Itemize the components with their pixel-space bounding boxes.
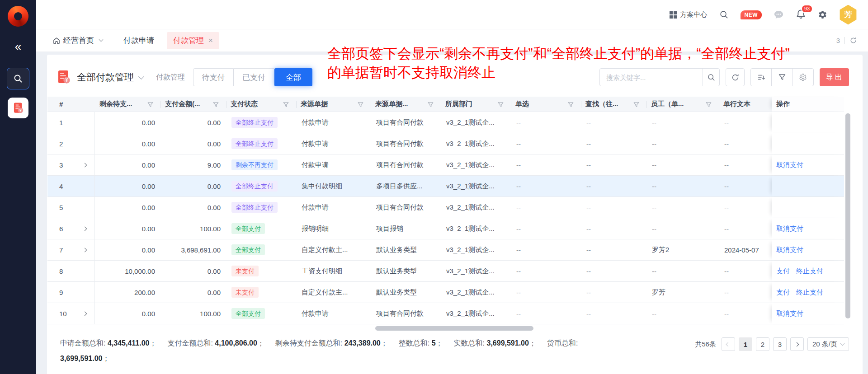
column-header[interactable]: 操作	[772, 97, 844, 112]
expand-row-icon[interactable]	[83, 227, 86, 230]
page-button[interactable]: 2	[756, 337, 769, 351]
column-label: 员工（单...	[651, 100, 684, 108]
search-button[interactable]	[703, 69, 719, 86]
column-header[interactable]: 单行文本	[719, 97, 772, 112]
export-button[interactable]: 导出	[820, 68, 849, 86]
segment-button[interactable]: 全部	[274, 68, 312, 86]
messages-icon[interactable]	[774, 9, 784, 20]
filter-button[interactable]	[771, 69, 792, 86]
table-row[interactable]: 100.00100.00全部支付付款申请项目有合同付款v3_2_1测试企...-…	[47, 303, 844, 324]
table-row[interactable]: 9200.000.00未支付自定义付款主...默认业务类型v3_2_1测试企..…	[47, 282, 844, 303]
prev-page-button[interactable]	[722, 337, 735, 351]
op-link[interactable]: 终止支付	[796, 288, 823, 297]
row-index: 9	[59, 289, 63, 296]
table-row[interactable]: 40.000.00全部终止支付集中付款明细多项目多供应...v3_2_1测试企.…	[47, 176, 844, 197]
column-settings-button[interactable]	[793, 69, 813, 86]
horizontal-scrollbar[interactable]	[375, 326, 533, 331]
column-header[interactable]: 来源单据...	[371, 97, 441, 112]
cell-idx: 1	[47, 112, 95, 133]
cell-dept: v3_2_1测试企...	[441, 176, 511, 196]
table-row[interactable]: 10.000.00全部终止支付付款申请项目有合同付款v3_2_1测试企...--…	[47, 112, 844, 133]
avatar[interactable]: 芳	[839, 5, 857, 25]
page-size-value: 20 条/页	[812, 340, 837, 349]
scheme-center[interactable]: 方案中心	[670, 10, 708, 19]
sort-button[interactable]	[751, 69, 771, 86]
cell-source: 工资支付明细	[296, 261, 371, 281]
filter-icon[interactable]	[358, 101, 363, 109]
page-button[interactable]: 1	[739, 337, 752, 351]
table-row[interactable]: 30.009.00剩余不再支付付款申请项目有合同付款v3_2_1测试企...--…	[47, 154, 844, 176]
table-row[interactable]: 20.000.00全部终止支付付款申请项目有合同付款v3_2_1测试企...--…	[47, 133, 844, 154]
next-page-button[interactable]	[790, 337, 804, 351]
op-link[interactable]: 支付	[776, 267, 790, 276]
filter-icon[interactable]	[147, 101, 153, 109]
sidebar-search-button[interactable]	[7, 68, 29, 89]
column-header[interactable]: 来源单据	[296, 97, 371, 112]
row-index: 8	[59, 267, 63, 275]
column-header[interactable]: 员工（单...	[646, 97, 719, 112]
cell-source_type: 默认业务类型	[371, 261, 441, 281]
cell-idx: 5	[47, 197, 95, 218]
filter-icon[interactable]	[283, 101, 289, 109]
column-header[interactable]: #	[47, 97, 95, 112]
global-search-icon[interactable]	[719, 10, 729, 19]
filter-icon[interactable]	[498, 101, 504, 109]
cell-text: 项目报销	[376, 224, 403, 233]
collapse-sidebar-icon[interactable]: «	[0, 40, 36, 53]
column-header[interactable]: 所属部门	[441, 97, 511, 112]
close-tab-icon[interactable]: ×	[208, 36, 213, 45]
status-badge: 全部终止支付	[231, 138, 278, 149]
table-tools	[750, 68, 814, 86]
filter-icon[interactable]	[633, 101, 639, 109]
column-header[interactable]: 支付状态	[226, 97, 296, 112]
column-header[interactable]: 剩余待支...	[95, 97, 160, 112]
segment-button[interactable]: 已支付	[234, 68, 274, 86]
op-link[interactable]: 终止支付	[796, 267, 823, 276]
svg-text:¥: ¥	[19, 108, 22, 112]
refresh-table-button[interactable]	[726, 68, 745, 86]
new-badge[interactable]: NEW	[741, 10, 762, 19]
table-row[interactable]: 810,000.000.00未支付工资支付明细默认业务类型v3_2_1测试企..…	[47, 261, 844, 282]
summary-item: 剩余待支付金额总和: 243,389.00；	[275, 339, 388, 347]
column-label: 支付金额(...	[165, 100, 200, 108]
column-header[interactable]: 单选	[511, 97, 581, 112]
cell-text: --	[719, 197, 772, 218]
chevron-down-icon[interactable]	[138, 74, 144, 79]
expand-row-icon[interactable]	[83, 312, 86, 315]
expand-row-icon[interactable]	[83, 164, 86, 167]
filter-icon[interactable]	[213, 101, 219, 109]
tab-payment-request[interactable]: 付款申请	[123, 35, 154, 46]
breadcrumb-home[interactable]: 经营首页	[52, 35, 103, 46]
sidebar-app-payment-icon[interactable]: ¥	[8, 98, 28, 118]
column-label: 来源单据...	[375, 100, 408, 108]
notifications[interactable]: 93	[796, 9, 806, 21]
cell-lookup: --	[581, 239, 646, 260]
filter-icon[interactable]	[428, 101, 434, 109]
page-size-select[interactable]: 20 条/页	[807, 337, 849, 351]
column-label: 操作	[776, 100, 790, 108]
filter-icon[interactable]	[706, 101, 712, 109]
op-link[interactable]: 取消支付	[776, 224, 803, 233]
refresh-icon[interactable]	[849, 37, 857, 44]
expand-row-icon[interactable]	[83, 248, 86, 252]
vertical-scrollbar[interactable]	[845, 113, 850, 318]
tab-payment-management[interactable]: 付款管理 ×	[167, 32, 219, 49]
op-link[interactable]: 取消支付	[776, 246, 803, 254]
cell-remaining: 10,000.00	[95, 261, 160, 281]
op-link[interactable]: 取消支付	[776, 309, 803, 318]
table-row[interactable]: 50.000.00全部终止支付付款申请项目有合同付款v3_2_1测试企...--…	[47, 197, 844, 218]
op-link[interactable]: 支付	[776, 288, 790, 297]
page-button[interactable]: 3	[773, 337, 787, 351]
table-row[interactable]: 60.00100.00全部支付报销明细项目报销v3_2_1测试企...-----…	[47, 218, 844, 239]
cell-text: --	[719, 154, 772, 175]
column-header[interactable]: 查找（往...	[581, 97, 646, 112]
view-title[interactable]: 全部付款管理	[77, 71, 134, 84]
table-row[interactable]: 70.003,698,691.00全部支付自定义付款主...默认业务类型v3_2…	[47, 239, 844, 261]
segment-button[interactable]: 待支付	[193, 68, 234, 86]
settings-gear-icon[interactable]	[818, 10, 827, 19]
filter-icon[interactable]	[568, 101, 574, 109]
column-header[interactable]: 支付金额(...	[160, 97, 226, 112]
cell-lookup: --	[581, 303, 646, 324]
op-link[interactable]: 取消支付	[776, 161, 803, 169]
search-input[interactable]	[600, 74, 703, 81]
